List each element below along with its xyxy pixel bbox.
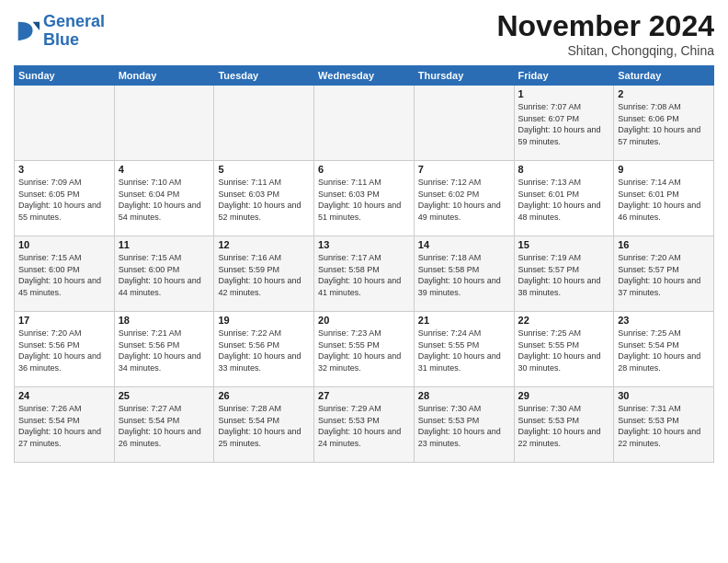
calendar-cell: 4Sunrise: 7:10 AM Sunset: 6:04 PM Daylig… (114, 161, 214, 236)
day-info: Sunrise: 7:07 AM Sunset: 6:07 PM Dayligh… (518, 101, 610, 147)
col-header-thursday: Thursday (414, 66, 514, 86)
logo-line1: General (43, 12, 105, 30)
day-number: 15 (518, 239, 610, 250)
calendar-cell (314, 86, 415, 161)
day-info: Sunrise: 7:18 AM Sunset: 5:58 PM Dayligh… (418, 252, 510, 298)
calendar-cell: 26Sunrise: 7:28 AM Sunset: 5:54 PM Dayli… (214, 387, 314, 463)
day-info: Sunrise: 7:29 AM Sunset: 5:53 PM Dayligh… (318, 403, 410, 449)
calendar-cell: 29Sunrise: 7:30 AM Sunset: 5:53 PM Dayli… (514, 387, 614, 463)
day-number: 22 (518, 315, 610, 326)
page-container: General Blue November 2024 Shitan, Chong… (0, 0, 728, 472)
day-info: Sunrise: 7:15 AM Sunset: 6:00 PM Dayligh… (119, 252, 210, 298)
day-number: 19 (218, 315, 310, 326)
header: General Blue November 2024 Shitan, Chong… (14, 9, 714, 58)
day-info: Sunrise: 7:12 AM Sunset: 6:02 PM Dayligh… (418, 177, 510, 223)
calendar-cell: 12Sunrise: 7:16 AM Sunset: 5:59 PM Dayli… (214, 236, 314, 312)
day-info: Sunrise: 7:10 AM Sunset: 6:04 PM Dayligh… (119, 177, 210, 223)
day-info: Sunrise: 7:11 AM Sunset: 6:03 PM Dayligh… (318, 177, 410, 223)
calendar-cell: 23Sunrise: 7:25 AM Sunset: 5:54 PM Dayli… (614, 312, 714, 387)
day-info: Sunrise: 7:30 AM Sunset: 5:53 PM Dayligh… (418, 403, 510, 449)
calendar-cell (114, 86, 214, 161)
day-number: 25 (119, 390, 210, 401)
day-number: 24 (18, 390, 110, 401)
day-number: 23 (618, 315, 710, 326)
calendar-header-row: SundayMondayTuesdayWednesdayThursdayFrid… (15, 66, 714, 86)
week-row-1: 3Sunrise: 7:09 AM Sunset: 6:05 PM Daylig… (15, 161, 714, 236)
calendar-cell: 7Sunrise: 7:12 AM Sunset: 6:02 PM Daylig… (414, 161, 514, 236)
calendar-cell: 14Sunrise: 7:18 AM Sunset: 5:58 PM Dayli… (414, 236, 514, 312)
calendar-cell: 11Sunrise: 7:15 AM Sunset: 6:00 PM Dayli… (114, 236, 214, 312)
logo-icon (14, 18, 40, 44)
logo: General Blue (14, 13, 105, 50)
col-header-tuesday: Tuesday (214, 66, 314, 86)
day-number: 8 (518, 164, 610, 175)
calendar-cell: 5Sunrise: 7:11 AM Sunset: 6:03 PM Daylig… (214, 161, 314, 236)
calendar-cell (414, 86, 514, 161)
calendar-cell: 22Sunrise: 7:25 AM Sunset: 5:55 PM Dayli… (514, 312, 614, 387)
day-number: 16 (618, 239, 710, 250)
day-info: Sunrise: 7:15 AM Sunset: 6:00 PM Dayligh… (18, 252, 110, 298)
day-number: 17 (18, 315, 110, 326)
week-row-0: 1Sunrise: 7:07 AM Sunset: 6:07 PM Daylig… (15, 86, 714, 161)
calendar-cell: 20Sunrise: 7:23 AM Sunset: 5:55 PM Dayli… (314, 312, 415, 387)
day-info: Sunrise: 7:22 AM Sunset: 5:56 PM Dayligh… (218, 327, 310, 373)
day-number: 1 (518, 88, 610, 99)
calendar-cell: 2Sunrise: 7:08 AM Sunset: 6:06 PM Daylig… (614, 86, 714, 161)
title-block: November 2024 Shitan, Chongqing, China (496, 9, 714, 58)
day-info: Sunrise: 7:16 AM Sunset: 5:59 PM Dayligh… (218, 252, 310, 298)
day-info: Sunrise: 7:17 AM Sunset: 5:58 PM Dayligh… (318, 252, 410, 298)
day-info: Sunrise: 7:31 AM Sunset: 5:53 PM Dayligh… (618, 403, 710, 449)
day-info: Sunrise: 7:23 AM Sunset: 5:55 PM Dayligh… (318, 327, 410, 373)
day-info: Sunrise: 7:24 AM Sunset: 5:55 PM Dayligh… (418, 327, 510, 373)
day-info: Sunrise: 7:21 AM Sunset: 5:56 PM Dayligh… (119, 327, 210, 373)
day-number: 10 (18, 239, 110, 250)
calendar-cell: 13Sunrise: 7:17 AM Sunset: 5:58 PM Dayli… (314, 236, 415, 312)
day-info: Sunrise: 7:25 AM Sunset: 5:54 PM Dayligh… (618, 327, 710, 373)
calendar-cell: 19Sunrise: 7:22 AM Sunset: 5:56 PM Dayli… (214, 312, 314, 387)
calendar-cell: 16Sunrise: 7:20 AM Sunset: 5:57 PM Dayli… (614, 236, 714, 312)
day-info: Sunrise: 7:25 AM Sunset: 5:55 PM Dayligh… (518, 327, 610, 373)
calendar-cell: 3Sunrise: 7:09 AM Sunset: 6:05 PM Daylig… (15, 161, 115, 236)
col-header-monday: Monday (114, 66, 214, 86)
calendar-cell: 21Sunrise: 7:24 AM Sunset: 5:55 PM Dayli… (414, 312, 514, 387)
day-info: Sunrise: 7:26 AM Sunset: 5:54 PM Dayligh… (18, 403, 110, 449)
day-info: Sunrise: 7:13 AM Sunset: 6:01 PM Dayligh… (518, 177, 610, 223)
day-number: 12 (218, 239, 310, 250)
day-number: 18 (119, 315, 210, 326)
day-number: 28 (418, 390, 510, 401)
calendar-cell: 9Sunrise: 7:14 AM Sunset: 6:01 PM Daylig… (614, 161, 714, 236)
calendar-cell: 6Sunrise: 7:11 AM Sunset: 6:03 PM Daylig… (314, 161, 415, 236)
calendar-table: SundayMondayTuesdayWednesdayThursdayFrid… (14, 65, 714, 463)
day-number: 9 (618, 164, 710, 175)
day-info: Sunrise: 7:14 AM Sunset: 6:01 PM Dayligh… (618, 177, 710, 223)
day-info: Sunrise: 7:09 AM Sunset: 6:05 PM Dayligh… (18, 177, 110, 223)
day-info: Sunrise: 7:27 AM Sunset: 5:54 PM Dayligh… (119, 403, 210, 449)
day-number: 29 (518, 390, 610, 401)
calendar-cell: 30Sunrise: 7:31 AM Sunset: 5:53 PM Dayli… (614, 387, 714, 463)
calendar-cell: 17Sunrise: 7:20 AM Sunset: 5:56 PM Dayli… (15, 312, 115, 387)
calendar-cell (214, 86, 314, 161)
col-header-saturday: Saturday (614, 66, 714, 86)
col-header-friday: Friday (514, 66, 614, 86)
day-info: Sunrise: 7:11 AM Sunset: 6:03 PM Dayligh… (218, 177, 310, 223)
location-subtitle: Shitan, Chongqing, China (496, 43, 714, 58)
day-info: Sunrise: 7:20 AM Sunset: 5:57 PM Dayligh… (618, 252, 710, 298)
week-row-2: 10Sunrise: 7:15 AM Sunset: 6:00 PM Dayli… (15, 236, 714, 312)
calendar-cell: 25Sunrise: 7:27 AM Sunset: 5:54 PM Dayli… (114, 387, 214, 463)
day-number: 30 (618, 390, 710, 401)
day-info: Sunrise: 7:28 AM Sunset: 5:54 PM Dayligh… (218, 403, 310, 449)
day-info: Sunrise: 7:20 AM Sunset: 5:56 PM Dayligh… (18, 327, 110, 373)
week-row-3: 17Sunrise: 7:20 AM Sunset: 5:56 PM Dayli… (15, 312, 714, 387)
day-number: 11 (119, 239, 210, 250)
day-number: 4 (119, 164, 210, 175)
day-info: Sunrise: 7:30 AM Sunset: 5:53 PM Dayligh… (518, 403, 610, 449)
col-header-sunday: Sunday (15, 66, 115, 86)
day-number: 5 (218, 164, 310, 175)
week-row-4: 24Sunrise: 7:26 AM Sunset: 5:54 PM Dayli… (15, 387, 714, 463)
day-number: 2 (618, 88, 710, 99)
calendar-cell (15, 86, 115, 161)
day-number: 20 (318, 315, 410, 326)
logo-text: General Blue (43, 13, 105, 50)
day-info: Sunrise: 7:19 AM Sunset: 5:57 PM Dayligh… (518, 252, 610, 298)
day-number: 27 (318, 390, 410, 401)
